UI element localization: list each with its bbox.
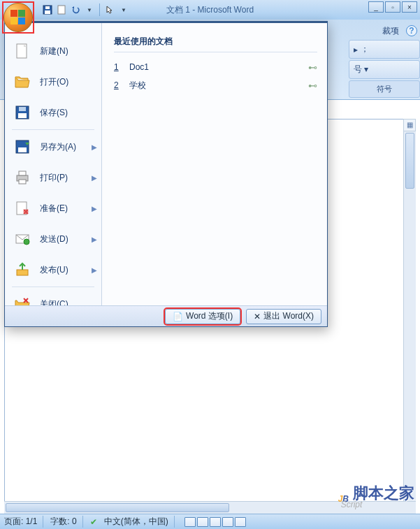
publish-icon <box>13 261 31 279</box>
status-bar: 页面: 1/1 字数: 0 ✔ 中文(简体，中国) <box>0 514 420 529</box>
new-icon <box>13 42 31 60</box>
pin-icon[interactable]: ⊷ <box>308 80 317 91</box>
watermark-logo: JB 脚本之家 Script <box>338 479 414 508</box>
qat-dropdown-icon[interactable]: ▼ <box>84 4 95 15</box>
view-outline[interactable] <box>222 517 233 527</box>
word-options-button[interactable]: 📄Word 选项(I) <box>165 309 240 324</box>
menu-footer: 📄Word 选项(I) ✕退出 Word(X) <box>5 305 327 326</box>
status-language[interactable]: 中文(简体，中国) <box>104 516 175 528</box>
menu-commands: 新建(N) 打开(O) 保存(S) 另存为(A)▶ 打印(P)▶ 准备(E)▶ … <box>5 23 102 306</box>
send-icon <box>13 230 31 248</box>
view-buttons <box>184 517 246 527</box>
title-bar: ▼ ▼ 文档 1 - Microsoft Word _ ▫ × <box>0 0 420 20</box>
menu-save[interactable]: 保存(S) <box>5 97 101 128</box>
new-doc-icon[interactable] <box>56 4 67 15</box>
submenu-arrow-icon: ▶ <box>92 143 97 151</box>
pointer-icon[interactable] <box>104 4 115 15</box>
svg-rect-11 <box>19 171 26 175</box>
undo-icon[interactable] <box>70 4 81 15</box>
recent-documents-panel: 最近使用的文档 1Doc1⊷ 2学校⊷ <box>103 23 327 306</box>
recent-doc-item[interactable]: 1Doc1⊷ <box>114 58 317 76</box>
recent-docs-list: 1Doc1⊷ 2学校⊷ <box>114 58 317 94</box>
menu-open[interactable]: 打开(O) <box>5 66 101 97</box>
menu-print[interactable]: 打印(P)▶ <box>5 162 101 193</box>
restore-button[interactable]: ▫ <box>385 1 400 13</box>
close-icon: ✕ <box>254 312 261 321</box>
svg-rect-12 <box>19 180 26 184</box>
svg-rect-1 <box>45 10 50 14</box>
prepare-icon <box>13 199 31 217</box>
scroll-thumb[interactable] <box>405 133 414 189</box>
view-web[interactable] <box>210 517 221 527</box>
menu-new[interactable]: 新建(N) <box>5 36 101 66</box>
status-word-count[interactable]: 字数: 0 <box>50 516 82 528</box>
svg-rect-6 <box>18 113 27 118</box>
svg-rect-7 <box>19 107 26 111</box>
minimize-button[interactable]: _ <box>368 1 384 13</box>
office-button[interactable] <box>3 3 33 32</box>
pin-icon[interactable]: ⊷ <box>308 62 317 73</box>
menu-prepare[interactable]: 准备(E)▶ <box>5 193 101 224</box>
svg-rect-9 <box>18 147 27 152</box>
recent-docs-heading: 最近使用的文档 <box>114 36 317 52</box>
qat-dropdown-icon[interactable]: ▼ <box>118 4 129 15</box>
menu-separator <box>12 287 94 287</box>
svg-point-16 <box>24 239 29 245</box>
proofing-icon[interactable]: ✔ <box>90 517 97 527</box>
submenu-arrow-icon: ▶ <box>92 205 97 212</box>
window-title: 文档 1 - Microsoft Word <box>166 4 254 16</box>
svg-rect-17 <box>17 270 28 275</box>
save-icon[interactable] <box>42 4 53 15</box>
submenu-arrow-icon: ▶ <box>92 235 97 243</box>
menu-publish[interactable]: 发布(U)▶ <box>5 254 101 285</box>
quick-access-toolbar: ▼ ▼ <box>42 0 129 20</box>
view-print-layout[interactable] <box>184 517 196 527</box>
view-draft[interactable] <box>235 517 246 527</box>
vertical-scrollbar[interactable] <box>403 131 416 501</box>
ribbon-item[interactable]: ▸； <box>349 40 420 59</box>
office-menu: 新建(N) 打开(O) 保存(S) 另存为(A)▶ 打印(P)▶ 准备(E)▶ … <box>4 21 328 327</box>
print-icon <box>13 168 31 187</box>
recent-doc-item[interactable]: 2学校⊷ <box>114 76 317 94</box>
save-icon <box>13 103 31 122</box>
svg-rect-2 <box>45 6 50 9</box>
qat-separator <box>99 3 100 16</box>
ribbon-group: ▸； 号 ▾ 符号 <box>349 40 420 99</box>
ruler-toggle[interactable]: ▦ <box>403 119 416 131</box>
status-page[interactable]: 页面: 1/1 <box>4 516 43 528</box>
ribbon-group-label: 符号 <box>349 80 420 98</box>
saveas-icon <box>13 138 31 156</box>
submenu-arrow-icon: ▶ <box>92 266 97 274</box>
view-full-screen[interactable] <box>197 517 208 527</box>
ribbon-tab-label[interactable]: 裁项 <box>382 25 399 37</box>
submenu-arrow-icon: ▶ <box>92 174 97 182</box>
scroll-thumb[interactable] <box>6 503 229 512</box>
office-logo-icon <box>10 10 26 25</box>
svg-rect-3 <box>58 6 65 14</box>
window-controls: _ ▫ × <box>368 1 417 13</box>
menu-save-as[interactable]: 另存为(A)▶ <box>5 131 101 162</box>
open-icon <box>13 73 31 91</box>
options-icon: 📄 <box>173 312 183 321</box>
menu-separator <box>12 129 94 130</box>
help-icon[interactable]: ? <box>406 25 417 36</box>
ribbon-item[interactable]: 号 ▾ <box>349 60 420 79</box>
menu-send[interactable]: 发送(D)▶ <box>5 224 101 254</box>
exit-word-button[interactable]: ✕退出 Word(X) <box>246 309 321 324</box>
close-button[interactable]: × <box>402 1 417 13</box>
